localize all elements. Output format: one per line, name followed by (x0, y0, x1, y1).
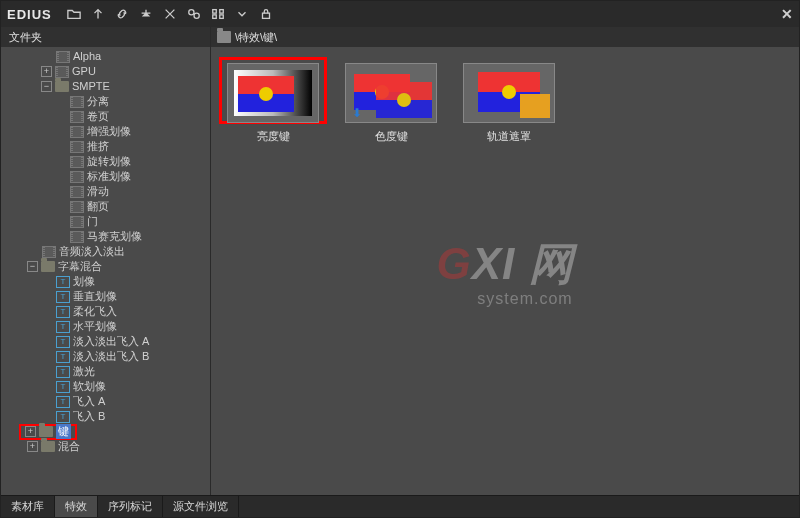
app-brand: EDIUS (7, 7, 52, 22)
sidebar-title: 文件夹 (1, 27, 210, 47)
tree-item[interactable]: 推挤 (1, 139, 210, 154)
effect-label: 亮度键 (225, 129, 321, 144)
collapse-icon[interactable]: − (27, 261, 38, 272)
svg-rect-2 (212, 10, 216, 14)
tree-item[interactable]: 标准划像 (1, 169, 210, 184)
watermark: GXI 网 system.com (436, 235, 573, 308)
folder-icon (41, 261, 55, 272)
thumbnail-grid: 亮度键 ⬇ 色度键 轨道遮罩 (211, 47, 799, 495)
svg-rect-4 (212, 15, 216, 19)
tree-item[interactable]: −SMPTE (1, 79, 210, 94)
film-icon (55, 66, 69, 78)
effect-thumbnail (227, 63, 319, 123)
tree-item[interactable]: T软划像 (1, 379, 210, 394)
tree-item[interactable]: 增强划像 (1, 124, 210, 139)
folder-tree[interactable]: Alpha +GPU −SMPTE 分离 卷页 增强划像 推挤 旋转划像 标准划… (1, 47, 210, 495)
film-icon (70, 111, 84, 123)
film-icon (70, 96, 84, 108)
dropdown-icon[interactable] (137, 5, 155, 23)
film-icon (70, 126, 84, 138)
text-effect-icon: T (56, 381, 70, 393)
breadcrumb[interactable]: \特效\键\ (235, 30, 277, 45)
folder-icon[interactable] (65, 5, 83, 23)
tree-item[interactable]: 卷页 (1, 109, 210, 124)
tree-item[interactable]: T激光 (1, 364, 210, 379)
film-icon (70, 156, 84, 168)
link-icon[interactable] (113, 5, 131, 23)
tree-item[interactable]: 音频淡入淡出 (1, 244, 210, 259)
effect-chroma-key[interactable]: ⬇ 色度键 (343, 63, 439, 144)
text-effect-icon: T (56, 351, 70, 363)
film-icon (70, 216, 84, 228)
svg-point-0 (188, 10, 193, 15)
view-icon[interactable] (209, 5, 227, 23)
tree-item[interactable]: 马赛克划像 (1, 229, 210, 244)
film-icon (70, 141, 84, 153)
text-effect-icon: T (56, 321, 70, 333)
titlebar: EDIUS ✕ (1, 1, 799, 27)
tree-item[interactable]: +GPU (1, 64, 210, 79)
film-icon (70, 201, 84, 213)
tab-library[interactable]: 素材库 (1, 496, 55, 517)
effect-label: 轨道遮罩 (461, 129, 557, 144)
effect-thumbnail (463, 63, 555, 123)
folder-icon (39, 426, 53, 437)
tree-item[interactable]: 滑动 (1, 184, 210, 199)
tree-item[interactable]: T水平划像 (1, 319, 210, 334)
effect-track-matte[interactable]: 轨道遮罩 (461, 63, 557, 144)
tree-item[interactable]: +混合 (1, 439, 210, 454)
tree-item[interactable]: T淡入淡出飞入 A (1, 334, 210, 349)
view-dropdown-icon[interactable] (233, 5, 251, 23)
tab-source-browser[interactable]: 源文件浏览 (163, 496, 239, 517)
tree-item[interactable]: T飞入 B (1, 409, 210, 424)
sidebar: 文件夹 Alpha +GPU −SMPTE 分离 卷页 增强划像 推挤 旋转划像… (1, 27, 211, 495)
svg-rect-6 (262, 13, 269, 18)
effect-thumbnail: ⬇ (345, 63, 437, 123)
lock-icon[interactable] (257, 5, 275, 23)
tree-item[interactable]: Alpha (1, 49, 210, 64)
breadcrumb-bar: \特效\键\ (211, 27, 799, 47)
text-effect-icon: T (56, 336, 70, 348)
tree-item[interactable]: T淡入淡出飞入 B (1, 349, 210, 364)
tree-item[interactable]: T柔化飞入 (1, 304, 210, 319)
tree-item[interactable]: −字幕混合 (1, 259, 210, 274)
tree-item[interactable]: 分离 (1, 94, 210, 109)
tree-item[interactable]: T飞入 A (1, 394, 210, 409)
film-icon (56, 51, 70, 63)
delete-icon[interactable] (161, 5, 179, 23)
close-icon[interactable]: ✕ (781, 6, 793, 22)
film-icon (42, 246, 56, 258)
tree-item[interactable]: 旋转划像 (1, 154, 210, 169)
folder-icon (217, 31, 231, 43)
collapse-icon[interactable]: − (41, 81, 52, 92)
tree-item[interactable]: 翻页 (1, 199, 210, 214)
tree-item-key[interactable]: +键 (1, 424, 210, 439)
effect-luma-key[interactable]: 亮度键 (225, 63, 321, 144)
film-icon (70, 186, 84, 198)
svg-point-1 (194, 13, 199, 18)
svg-rect-5 (219, 15, 223, 19)
text-effect-icon: T (56, 396, 70, 408)
expand-icon[interactable]: + (25, 426, 36, 437)
text-effect-icon: T (56, 291, 70, 303)
up-arrow-icon[interactable] (89, 5, 107, 23)
bottom-tabs: 素材库 特效 序列标记 源文件浏览 (1, 495, 799, 517)
text-effect-icon: T (56, 306, 70, 318)
expand-icon[interactable]: + (41, 66, 52, 77)
tree-item[interactable]: T划像 (1, 274, 210, 289)
film-icon (70, 231, 84, 243)
text-effect-icon: T (56, 276, 70, 288)
film-icon (70, 171, 84, 183)
expand-icon[interactable]: + (27, 441, 38, 452)
folder-icon (41, 441, 55, 452)
pin-icon: ⬇ (352, 106, 362, 120)
effects-icon[interactable] (185, 5, 203, 23)
effect-label: 色度键 (343, 129, 439, 144)
tab-markers[interactable]: 序列标记 (98, 496, 163, 517)
content-area: \特效\键\ 亮度键 ⬇ 色度键 (211, 27, 799, 495)
tree-item[interactable]: T垂直划像 (1, 289, 210, 304)
tab-effects[interactable]: 特效 (55, 496, 98, 517)
tree-item[interactable]: 门 (1, 214, 210, 229)
svg-rect-3 (219, 10, 223, 14)
text-effect-icon: T (56, 411, 70, 423)
